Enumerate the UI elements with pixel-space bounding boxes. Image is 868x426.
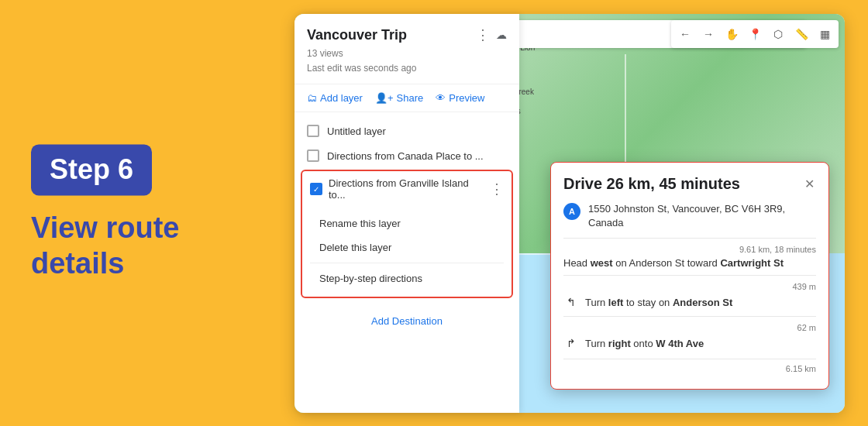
redo-button[interactable]: →: [698, 23, 719, 45]
context-menu: Rename this layer Delete this layer Step…: [310, 211, 504, 290]
layer-label-granville: Directions from Granville Island to...: [329, 177, 484, 201]
sidebar-title-row: Vancouver Trip ⋮ ☁: [307, 26, 507, 43]
add-layer-label: Add layer: [320, 92, 363, 104]
pin-button[interactable]: 📍: [744, 23, 766, 45]
layer-item-untitled[interactable]: Untitled layer: [294, 119, 519, 143]
origin-dot: A: [563, 203, 580, 220]
delete-layer-button[interactable]: Delete this layer: [310, 235, 504, 259]
share-label: Share: [397, 92, 424, 104]
sidebar-header: Vancouver Trip ⋮ ☁ 13 views Last edit wa…: [294, 14, 519, 84]
origin-row: A 1550 Johnston St, Vancouver, BC V6H 3R…: [563, 202, 816, 230]
hand-button[interactable]: ✋: [721, 23, 742, 45]
add-layer-icon: 🗂: [307, 92, 317, 104]
layer-checkbox-canada[interactable]: [307, 149, 319, 162]
close-popup-button[interactable]: ✕: [803, 175, 816, 193]
route-popup: Drive 26 km, 45 minutes ✕ A 1550 Johnsto…: [550, 162, 829, 390]
layer-label-canada: Directions from Canada Place to ...: [327, 150, 507, 162]
layer-checkbox-granville[interactable]: ✓: [310, 183, 322, 195]
segment-2-text: Turn left to stay on Anderson St: [585, 297, 732, 308]
measure-button[interactable]: 📏: [790, 23, 812, 45]
layer-item-granville[interactable]: ✓ Directions from Granville Island to...…: [301, 170, 513, 298]
sidebar-title: Vancouver Trip: [307, 27, 407, 43]
segment-3-instruction: ↱ Turn right onto W 4th Ave: [563, 335, 816, 351]
ui-container: Mountain ▼ Waer Lion Charles Creek Cypre…: [294, 14, 845, 413]
segment-2-instruction: ↰ Turn left to stay on Anderson St: [563, 294, 816, 310]
grid-button[interactable]: ▦: [814, 23, 835, 45]
route-popup-header: Drive 26 km, 45 minutes ✕: [563, 175, 816, 193]
route-title: Drive 26 km, 45 minutes: [563, 175, 740, 193]
layer-label-untitled: Untitled layer: [327, 125, 507, 137]
segment-3-distance: 62 m: [563, 323, 816, 332]
sidebar-last-edit: Last edit was seconds ago: [307, 61, 507, 76]
share-button[interactable]: 👤+ Share: [375, 92, 423, 104]
step-directions-button[interactable]: Step-by-step directions: [310, 266, 504, 290]
last-segment-distance: 6.15 km: [563, 359, 816, 373]
context-menu-divider: [310, 263, 504, 263]
layers-list: Untitled layer Directions from Canada Pl…: [294, 112, 519, 306]
layer-checkbox-untitled[interactable]: [307, 125, 319, 137]
turn-left-icon: ↰: [563, 294, 579, 310]
preview-label: Preview: [449, 92, 484, 104]
add-layer-button[interactable]: 🗂 Add layer: [307, 92, 363, 104]
sidebar-actions: 🗂 Add layer 👤+ Share 👁 Preview: [294, 84, 519, 112]
route-segment-3: 62 m ↱ Turn right onto W 4th Ave: [563, 316, 816, 357]
route-segment-1: 9.61 km, 18 minutes Head west on Anderso…: [563, 238, 816, 275]
left-content: Step 6 View route details: [31, 144, 248, 281]
active-layer-row: ✓ Directions from Granville Island to...…: [310, 177, 504, 201]
shape-button[interactable]: ⬡: [767, 23, 789, 45]
granville-menu-icon[interactable]: ⋮: [490, 180, 504, 198]
share-icon: 👤+: [375, 92, 394, 104]
step-badge: Step 6: [31, 144, 152, 195]
preview-button[interactable]: 👁 Preview: [436, 92, 484, 104]
segment-1-distance: 9.61 km, 18 minutes: [563, 245, 816, 254]
segment-2-distance: 439 m: [563, 282, 816, 291]
undo-button[interactable]: ←: [674, 23, 696, 45]
rename-layer-button[interactable]: Rename this layer: [310, 211, 504, 235]
add-destination-button[interactable]: Add Destination: [294, 306, 519, 336]
route-segment-2: 439 m ↰ Turn left to stay on Anderson St: [563, 275, 816, 316]
segment-3-text: Turn right onto W 4th Ave: [585, 338, 704, 349]
sidebar-views: 13 views: [307, 46, 507, 61]
preview-icon: 👁: [436, 92, 446, 104]
step-description: View route details: [31, 211, 248, 281]
layer-item-canada[interactable]: Directions from Canada Place to ...: [294, 143, 519, 168]
sidebar: Vancouver Trip ⋮ ☁ 13 views Last edit wa…: [294, 14, 519, 413]
cloud-save-icon: ☁: [496, 29, 507, 41]
segment-1-text: Head west on Anderson St toward Cartwrig…: [563, 257, 784, 269]
segment-1-instruction: Head west on Anderson St toward Cartwrig…: [563, 257, 816, 269]
turn-right-icon: ↱: [563, 335, 579, 351]
sidebar-menu-icon[interactable]: ⋮: [476, 26, 490, 43]
origin-address: 1550 Johnston St, Vancouver, BC V6H 3R9,…: [588, 202, 816, 230]
map-toolbar: ← → ✋ 📍 ⬡ 📏 ▦: [671, 20, 839, 48]
